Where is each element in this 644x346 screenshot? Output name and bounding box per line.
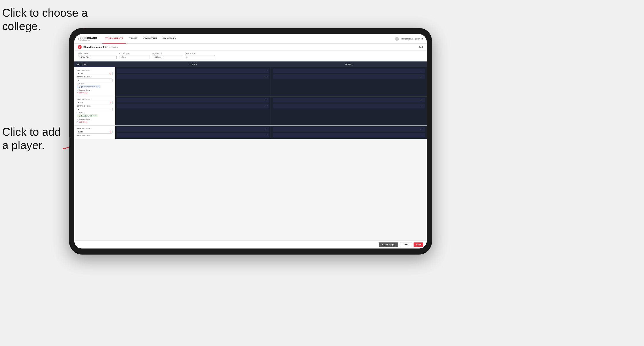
remove-group-icon-1: ○	[77, 89, 78, 91]
tab-teams[interactable]: TEAMS	[126, 34, 140, 44]
player-arrows-t2-2-1: ⌃	[422, 99, 424, 101]
player-remove-t2-3-1[interactable]: ×	[420, 128, 421, 130]
player-remove-1-1[interactable]: ×	[264, 70, 266, 72]
nav-bar: SCOREBOARD Powered by clippd TOURNAMENTS…	[74, 34, 427, 44]
player-remove-t2-3-2[interactable]: ×	[420, 134, 421, 136]
course-tag-2[interactable]: 🏌 East Lake GC × ⌃	[77, 114, 98, 117]
group-size-select[interactable]: 3 2 4	[185, 55, 215, 59]
starting-hole-field-1[interactable]	[78, 79, 110, 81]
save-button[interactable]: Save	[414, 242, 423, 247]
tab-tournaments[interactable]: TOURNAMENTS	[102, 34, 126, 44]
starting-time-label-3: STARTING TIME:	[77, 128, 112, 129]
course-tag-label-2: East Lake GC	[81, 115, 92, 117]
player-slot-1-1[interactable]: × ⌃	[117, 69, 269, 73]
annotation-player: Click to adda player.	[2, 125, 61, 152]
starting-time-label-2: STARTING TIME:	[77, 99, 112, 100]
tablet-side-button[interactable]	[69, 137, 70, 146]
tournament-logo: C	[78, 45, 82, 49]
add-group-btn-1[interactable]: + Add Group	[77, 92, 112, 94]
player-remove-2-1[interactable]: ×	[264, 99, 266, 101]
starting-hole-input-1[interactable]: ⌃	[77, 79, 112, 82]
tee-left-col-1: STARTING TIME: ⏰ STARTING HOLE: ⌃ COURSE…	[74, 67, 115, 96]
course-label-2: COURSE:	[77, 112, 112, 114]
annotation-college: Click to choose acollege.	[2, 6, 88, 33]
team1-col-2: × ⌃ × ⌃	[115, 96, 271, 125]
col-team2: Team 2	[271, 61, 427, 67]
player-arrows-1-1: ⌃	[266, 70, 268, 72]
clock-icon-2: ⏰	[109, 102, 112, 104]
tournament-gender-tag: (Men)	[105, 46, 110, 48]
player-remove-t2-1-1[interactable]: ×	[420, 70, 421, 72]
remove-group-btn-2[interactable]: ○ Remove Group	[77, 118, 112, 120]
player-slot-1-2[interactable]: × ⌃	[117, 74, 269, 79]
player-slot-t2-3-2[interactable]: × ⌃	[273, 133, 425, 137]
player-slot-2-1[interactable]: × ⌃	[117, 98, 269, 102]
intervals-control: Intervals 10 Minutes 5 Minutes 15 Minute…	[152, 53, 182, 59]
player-slot-3-1[interactable]: × ⌃	[117, 127, 269, 132]
user-avatar	[395, 37, 399, 41]
player-remove-t2-1-2[interactable]: ×	[420, 76, 421, 78]
tab-committee[interactable]: COMMITTEE	[140, 34, 160, 44]
starting-hole-label: STARTING HOLE:	[77, 76, 112, 78]
starting-time-field-1[interactable]	[78, 72, 109, 75]
starting-time-input-3[interactable]: ⏰	[77, 130, 112, 134]
start-type-label: Start Type	[78, 53, 116, 55]
player-slot-2-2[interactable]: × ⌃	[117, 104, 269, 108]
player-arrows-3-1: ⌃	[266, 128, 268, 130]
starting-time-input-1[interactable]: ⏰	[77, 72, 112, 75]
start-type-control: Start Type 1st Tee Start Shotgun Start	[78, 53, 116, 59]
player-slot-t2-1-1[interactable]: × ⌃	[273, 69, 425, 73]
starting-hole-input-2[interactable]: ⌃	[77, 108, 112, 111]
remove-group-icon-2: ○	[77, 118, 78, 120]
start-time-select[interactable]: 10:00	[119, 55, 150, 59]
user-email: blair@clippd.io	[400, 38, 413, 40]
player-remove-3-1[interactable]: ×	[264, 128, 266, 130]
bottom-bar: Reset Changes Cancel Save	[74, 240, 427, 248]
player-slot-3-2[interactable]: × ⌃	[117, 133, 269, 137]
team1-col-1: × ⌃ × ⌃	[115, 67, 271, 96]
player-remove-3-2[interactable]: ×	[264, 134, 266, 136]
back-button[interactable]: ‹ Back	[418, 46, 423, 48]
team1-col-3: × ⌃ × ⌃	[115, 126, 271, 139]
stepper-icon-1: ⌃	[110, 79, 112, 81]
start-type-select[interactable]: 1st Tee Start Shotgun Start	[78, 55, 116, 59]
sub-header: C Clippd Invitational (Men) Hosting ‹ Ba…	[74, 44, 427, 50]
player-remove-1-2[interactable]: ×	[264, 76, 266, 78]
sign-out-link[interactable]: | Sign out	[415, 38, 423, 40]
player-remove-2-2[interactable]: ×	[264, 105, 266, 107]
starting-time-field-3[interactable]	[78, 131, 109, 133]
player-slot-t2-2-1[interactable]: × ⌃	[273, 98, 425, 102]
player-arrows-t2-3-2: ⌃	[422, 134, 424, 136]
player-arrows-2-2: ⌃	[266, 105, 268, 107]
reset-changes-button[interactable]: Reset Changes	[379, 242, 398, 247]
cancel-button[interactable]: Cancel	[400, 242, 412, 247]
controls-row: Start Type 1st Tee Start Shotgun Start S…	[74, 50, 427, 61]
player-arrows-2-1: ⌃	[266, 99, 268, 101]
course-tag-icon-1: 🏌	[78, 86, 80, 88]
clock-icon-1: ⏰	[109, 73, 112, 75]
course-tag-remove-1[interactable]: ×	[96, 86, 97, 88]
remove-group-btn-1[interactable]: ○ Remove Group	[77, 89, 112, 91]
tournament-hosting-label: Hosting	[112, 46, 118, 48]
tab-rankings[interactable]: RANKINGS	[160, 34, 179, 44]
course-tag-icon-2: 🏌	[78, 115, 80, 117]
col-team1: Team 1	[115, 61, 271, 67]
starting-time-field-2[interactable]	[78, 102, 109, 104]
intervals-select[interactable]: 10 Minutes 5 Minutes 15 Minutes	[152, 55, 182, 59]
starting-hole-field-2[interactable]	[78, 108, 110, 110]
starting-time-input-2[interactable]: ⏰	[77, 101, 112, 104]
course-tag-remove-2[interactable]: ×	[93, 115, 94, 117]
team2-col-2: × ⌃ × ⌃	[271, 96, 427, 125]
stepper-icon-2: ⌃	[110, 109, 112, 110]
course-tag-1[interactable]: 🏌 (A) Peachtree GC × ⌃	[77, 85, 101, 88]
tournament-title: Clippd Invitational	[83, 46, 104, 48]
player-slot-t2-3-1[interactable]: × ⌃	[273, 127, 425, 132]
player-slot-t2-1-2[interactable]: × ⌃	[273, 74, 425, 79]
clock-icon-3: ⏰	[109, 131, 112, 133]
player-arrows-t2-3-1: ⌃	[422, 128, 424, 130]
player-slot-t2-2-2[interactable]: × ⌃	[273, 104, 425, 108]
player-remove-t2-2-2[interactable]: ×	[420, 105, 421, 107]
app-title: SCOREBOARD	[78, 37, 97, 39]
add-group-btn-2[interactable]: + Add Group	[77, 121, 112, 123]
player-remove-t2-2-1[interactable]: ×	[420, 99, 421, 101]
